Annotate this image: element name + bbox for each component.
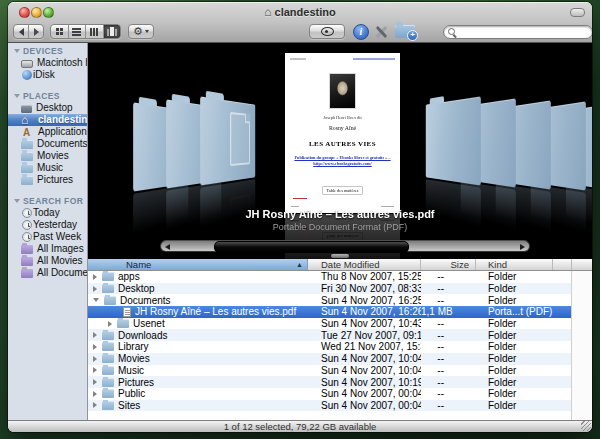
disclosure-triangle-icon[interactable] xyxy=(93,367,97,373)
cover-flow-scrollbar[interactable] xyxy=(160,240,530,252)
table-row-downloads[interactable]: Downloads Tue 27 Nov 2007, 09:15 -- Fold… xyxy=(88,329,592,341)
home-proxy-icon[interactable]: ⌂ xyxy=(264,5,271,19)
sidebar-item-macintosh-hd[interactable]: Macintosh HD xyxy=(8,57,87,69)
sidebar-item-idisk[interactable]: iDisk xyxy=(8,69,87,81)
coverflow-folder[interactable] xyxy=(200,96,255,185)
selected-file-kind: Portable Document Format (PDF) xyxy=(88,222,592,232)
column-header-kind[interactable]: Kind xyxy=(476,259,553,270)
disclosure-triangle-icon[interactable] xyxy=(93,379,97,385)
list-header: Name▲ Date Modified Size Kind xyxy=(88,259,592,271)
eye-icon xyxy=(321,27,334,36)
smart-folder-icon xyxy=(21,257,33,266)
table-row-movies[interactable]: Movies Sun 4 Nov 2007, 10:04 -- Folder xyxy=(88,353,592,365)
table-row-desktop[interactable]: Desktop Fri 30 Nov 2007, 08:33 -- Folder xyxy=(88,283,592,295)
search-input[interactable] xyxy=(443,25,592,39)
get-info-button[interactable]: i xyxy=(353,24,369,40)
window-title: ⌂clandestino xyxy=(8,5,592,19)
icon-view-button[interactable] xyxy=(51,25,69,38)
table-row-music[interactable]: Music Sun 4 Nov 2007, 10:04 -- Folder xyxy=(88,365,592,377)
pdf-file-icon xyxy=(123,307,131,317)
disclosure-triangle-icon[interactable] xyxy=(93,298,99,302)
sidebar-section-header[interactable]: DEVICES xyxy=(8,45,87,57)
folder-icon xyxy=(104,296,116,305)
back-icon xyxy=(19,28,24,36)
sidebar-item-documents[interactable]: Documents xyxy=(8,138,87,150)
cover-toc: Table des matières xyxy=(285,178,400,196)
back-button[interactable] xyxy=(14,25,29,38)
disclosure-triangle-icon[interactable] xyxy=(93,391,97,397)
list-view-icon xyxy=(72,28,81,36)
table-row-apps[interactable]: apps Thu 8 Nov 2007, 15:25 -- Folder xyxy=(88,271,592,283)
sidebar-item-pictures[interactable]: Pictures xyxy=(8,174,87,186)
clock-icon xyxy=(22,208,32,218)
folder-generic-icon xyxy=(21,152,33,161)
cover-title: LES AUTRES VIES xyxy=(285,140,400,148)
folder-icon xyxy=(102,331,114,340)
cover-flow-view-button[interactable] xyxy=(104,25,121,38)
sidebar-item-past-week[interactable]: Past Week xyxy=(8,231,87,243)
vertical-scrollbar-track[interactable] xyxy=(571,271,592,420)
table-row-usenet[interactable]: Usenet Sun 4 Nov 2007, 10:43 -- Folder xyxy=(88,318,592,330)
disclosure-triangle-icon[interactable] xyxy=(93,274,97,280)
sidebar-item-all-movies[interactable]: All Movies xyxy=(8,255,87,267)
folder-icon xyxy=(102,401,114,410)
column-header-date-modified[interactable]: Date Modified xyxy=(308,259,421,270)
nav-buttons xyxy=(13,24,44,39)
table-row-documents[interactable]: Documents Sun 4 Nov 2007, 16:25 -- Folde… xyxy=(88,294,592,306)
column-header-empty xyxy=(553,259,592,270)
scroll-left-arrow-icon[interactable] xyxy=(165,244,170,250)
smart-folder-icon xyxy=(21,269,33,278)
table-row-pictures[interactable]: Pictures Sun 4 Nov 2007, 10:19 -- Folder xyxy=(88,376,592,388)
resize-grip[interactable] xyxy=(581,421,591,431)
column-view-button[interactable] xyxy=(86,25,104,38)
desktop-icon xyxy=(21,105,32,113)
sidebar-item-applications[interactable]: Applications xyxy=(8,126,87,138)
cover-flow-resize-handle[interactable] xyxy=(331,254,349,258)
column-header-size[interactable]: Size xyxy=(421,259,476,270)
list-view-button[interactable] xyxy=(69,25,87,38)
scroll-right-arrow-icon[interactable] xyxy=(520,244,525,250)
column-view-icon xyxy=(90,28,92,36)
sidebar-item-today[interactable]: Today xyxy=(8,207,87,219)
disclosure-triangle-icon[interactable] xyxy=(93,402,97,408)
table-row-sites[interactable]: Sites Sun 4 Nov 2007, 00:04 -- Folder xyxy=(88,400,592,412)
folder-generic-icon xyxy=(21,140,33,149)
sidebar-item-all-images[interactable]: All Images xyxy=(8,243,87,255)
sidebar-item-desktop[interactable]: Desktop xyxy=(8,102,87,114)
folder-generic-icon xyxy=(21,176,33,185)
cover-flow-scrollbar-thumb[interactable] xyxy=(214,241,409,253)
disclosure-triangle-icon[interactable] xyxy=(93,286,97,292)
table-row-public[interactable]: Public Sun 4 Nov 2007, 00:04 -- Folder xyxy=(88,388,592,400)
icon-view-icon xyxy=(56,28,59,31)
forward-button[interactable] xyxy=(29,25,43,38)
coverflow-folder[interactable] xyxy=(426,96,481,185)
column-header-name[interactable]: Name▲ xyxy=(88,259,308,270)
sidebar-item-all-documents[interactable]: All Documents xyxy=(8,267,87,279)
sidebar-item-music[interactable]: Music xyxy=(8,162,87,174)
main-pane: Joseph Henri Boex dit Rosny Aîné LES AUT… xyxy=(88,43,592,420)
sidebar-item-movies[interactable]: Movies xyxy=(8,150,87,162)
folder-icon xyxy=(102,389,114,398)
action-menu-button[interactable]: ⚙ xyxy=(128,24,154,39)
new-folder-button[interactable] xyxy=(395,25,415,38)
quick-look-button[interactable] xyxy=(309,24,345,39)
table-row-library[interactable]: Library Wed 21 Nov 2007, 15:38 -- Folder xyxy=(88,341,592,353)
toolbar-toggle-button[interactable] xyxy=(570,8,585,17)
sidebar-item-yesterday[interactable]: Yesterday xyxy=(8,219,87,231)
folder-icon xyxy=(200,96,255,185)
customize-toolbar-button[interactable] xyxy=(373,25,389,39)
disclosure-triangle-icon[interactable] xyxy=(93,344,97,350)
disclosure-triangle-icon[interactable] xyxy=(108,321,112,327)
cover-flow-view-icon xyxy=(110,27,114,36)
disclosure-triangle-icon[interactable] xyxy=(93,332,97,338)
sidebar-section-header[interactable]: SEARCH FOR xyxy=(8,195,87,207)
sidebar-item-clandestino[interactable]: clandestino xyxy=(8,114,87,126)
table-row-jh-rosny-a-n-les-autres-vies-pdf[interactable]: JH Rosny Aîné – Les autres vies.pdf Sun … xyxy=(88,306,592,318)
document-emblem-icon xyxy=(230,112,249,166)
smart-folder-icon xyxy=(21,245,33,254)
cover-flow-selected-cover[interactable]: Joseph Henri Boex dit Rosny Aîné LES AUT… xyxy=(285,53,400,213)
title-bar[interactable]: ⌂clandestino xyxy=(8,2,592,22)
cover-byline: Joseph Henri Boex dit xyxy=(285,115,400,120)
sidebar-section-header[interactable]: PLACES xyxy=(8,90,87,102)
disclosure-triangle-icon[interactable] xyxy=(93,356,97,362)
